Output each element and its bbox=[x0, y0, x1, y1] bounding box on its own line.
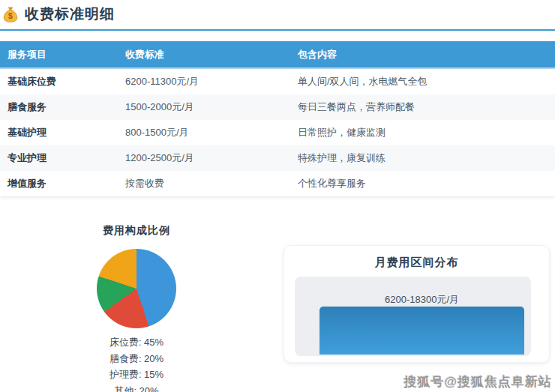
pie-legend-item: 床位费: 45% bbox=[0, 334, 273, 351]
table-cell: 按需收费 bbox=[125, 177, 298, 190]
table-cell: 日常照护，健康监测 bbox=[298, 126, 555, 139]
pie-legend-item: 其他: 20% bbox=[0, 383, 273, 392]
page-header: $ 收费标准明细 bbox=[0, 0, 555, 31]
pie-chart-title: 费用构成比例 bbox=[0, 224, 273, 238]
table-cell: 800-1500元/月 bbox=[125, 126, 298, 139]
table-cell: 单人间/双人间，水电燃气全包 bbox=[298, 75, 555, 88]
pie-legend-item: 膳食费: 20% bbox=[0, 351, 273, 367]
table-row: 基础床位费6200-11300元/月单人间/双人间，水电燃气全包 bbox=[0, 69, 555, 94]
table-cell: 基础床位费 bbox=[0, 75, 125, 88]
table-cell: 1200-2500元/月 bbox=[125, 151, 298, 165]
pie-chart bbox=[97, 249, 176, 328]
table-cell: 膳食服务 bbox=[0, 100, 125, 114]
table-header-service: 服务项目 bbox=[0, 48, 125, 61]
fee-range-bar bbox=[320, 307, 524, 355]
bar-chart-panel: 6200-18300元/月 bbox=[295, 277, 531, 356]
table-row: 基础护理800-1500元/月日常照护，健康监测 bbox=[0, 120, 555, 145]
table-body: 基础床位费6200-11300元/月单人间/双人间，水电燃气全包膳食服务1500… bbox=[0, 69, 555, 196]
page-title: 收费标准明细 bbox=[25, 4, 115, 24]
table-row: 增值服务按需收费个性化尊享服务 bbox=[0, 171, 555, 196]
table-cell: 个性化尊享服务 bbox=[298, 177, 555, 190]
fee-range-label: 6200-18300元/月 bbox=[320, 293, 524, 307]
table-cell: 增值服务 bbox=[0, 177, 125, 190]
table-cell: 基础护理 bbox=[0, 126, 125, 139]
table-cell: 专业护理 bbox=[0, 151, 125, 165]
table-header-row: 服务项目 收费标准 包含内容 bbox=[0, 41, 555, 69]
money-bag-icon: $ bbox=[2, 5, 20, 23]
table-row: 膳食服务1500-2000元/月每日三餐两点，营养师配餐 bbox=[0, 94, 555, 120]
table-row: 专业护理1200-2500元/月特殊护理，康复训练 bbox=[0, 145, 555, 171]
watermark: 搜狐号@搜狐焦点阜新站 bbox=[404, 373, 552, 391]
svg-text:$: $ bbox=[8, 11, 13, 20]
pie-legend: 床位费: 45%膳食费: 20%护理费: 15%其他: 20% bbox=[0, 334, 273, 392]
monthly-fee-card: 月费用区间分布 6200-18300元/月 bbox=[284, 245, 550, 363]
table-cell: 每日三餐两点，营养师配餐 bbox=[298, 100, 555, 114]
table-cell: 6200-11300元/月 bbox=[125, 75, 298, 88]
pie-legend-item: 护理费: 15% bbox=[0, 367, 273, 383]
table-cell: 特殊护理，康复训练 bbox=[298, 151, 555, 165]
fee-table: 服务项目 收费标准 包含内容 基础床位费6200-11300元/月单人间/双人间… bbox=[0, 41, 555, 196]
table-cell: 1500-2000元/月 bbox=[125, 100, 298, 114]
table-header-fee: 收费标准 bbox=[125, 48, 298, 61]
bar-chart-title: 月费用区间分布 bbox=[284, 256, 549, 270]
table-header-content: 包含内容 bbox=[298, 48, 555, 61]
